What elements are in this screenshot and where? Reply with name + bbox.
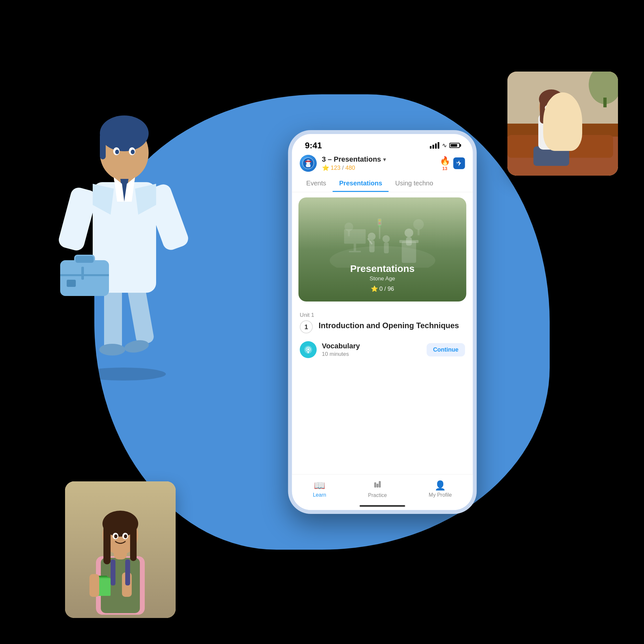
svg-rect-73 (540, 98, 546, 124)
battery-icon (449, 143, 460, 148)
svg-rect-50 (348, 231, 350, 236)
svg-point-99 (114, 534, 117, 538)
svg-point-78 (555, 107, 557, 110)
star-points: ⭐ 123 / 480 (322, 164, 435, 171)
business-figure-illustration (42, 91, 205, 384)
svg-rect-90 (89, 574, 99, 597)
hero-subtitle: Stone Age (369, 275, 395, 282)
svg-rect-89 (98, 578, 111, 596)
vocabulary-time: 10 minutes (322, 351, 422, 357)
hero-card: Presentations Stone Age ⭐ 0 / 96 (299, 197, 466, 302)
home-indicator (360, 505, 405, 507)
header-title-area: 3 – Presentations ▾ ⭐ 123 / 480 (322, 155, 435, 171)
svg-rect-96 (130, 522, 137, 561)
unit-name: Introduction and Opening Techniques (319, 320, 459, 330)
svg-point-0 (81, 368, 166, 381)
svg-point-19 (115, 150, 119, 154)
practice-icon (373, 480, 382, 491)
unit-section: Unit 1 1 Introduction and Opening Techni… (292, 307, 473, 333)
profile-icon: 👤 (435, 480, 446, 491)
svg-point-75 (545, 105, 549, 111)
svg-rect-33 (306, 162, 311, 162)
svg-rect-79 (558, 127, 568, 143)
svg-rect-48 (417, 229, 419, 235)
svg-point-37 (405, 229, 413, 237)
phone-screen: 9:41 ∿ (292, 134, 473, 510)
scene: 9:41 ∿ (0, 0, 644, 644)
nav-item-practice[interactable]: Practice (368, 480, 387, 498)
photo-couch-background (507, 72, 618, 176)
header-actions: 🔥 13 (440, 156, 465, 171)
svg-rect-39 (344, 229, 365, 244)
svg-point-45 (382, 235, 390, 242)
svg-rect-58 (308, 352, 309, 353)
wifi-icon: ∿ (442, 142, 447, 149)
continue-button[interactable]: Continue (427, 343, 465, 356)
nav-item-profile[interactable]: 👤 My Profile (429, 480, 452, 498)
app-header: ★★ 3 – Presentations ▾ (292, 151, 473, 176)
svg-point-100 (124, 534, 127, 538)
boost-button[interactable] (453, 157, 465, 169)
svg-rect-29 (306, 164, 311, 167)
svg-rect-95 (103, 522, 111, 564)
signal-icon (430, 142, 439, 149)
svg-point-77 (546, 107, 549, 110)
vocabulary-title: Vocabulary (322, 342, 422, 350)
dropdown-chevron[interactable]: ▾ (383, 156, 386, 163)
phone-device: 9:41 ∿ (288, 130, 477, 514)
navigation-tabs: Events Presentations Using techno (292, 176, 473, 192)
svg-point-3 (99, 344, 125, 356)
phone-notch (353, 134, 412, 146)
fire-streak-badge[interactable]: 🔥 13 (440, 156, 450, 171)
svg-point-53 (378, 219, 381, 221)
svg-rect-12 (67, 280, 76, 287)
svg-rect-60 (376, 484, 378, 488)
photo-student-background (65, 481, 176, 618)
bottom-navigation: 📖 Learn Practice (292, 474, 473, 510)
tab-presentations[interactable]: Presentations (333, 176, 389, 192)
nav-label-profile: My Profile (429, 492, 452, 498)
nav-label-practice: Practice (368, 492, 387, 498)
svg-rect-10 (60, 274, 109, 276)
svg-rect-11 (81, 267, 84, 280)
vocabulary-row[interactable]: Vocabulary 10 minutes Continue (292, 336, 473, 363)
svg-point-20 (131, 150, 135, 154)
svg-point-54 (378, 222, 381, 224)
tab-events[interactable]: Events (300, 176, 333, 192)
unit-number-row: 1 Introduction and Opening Techniques (300, 320, 465, 333)
unit-title: 3 – Presentations ▾ (322, 155, 435, 164)
status-icons: ∿ (430, 142, 460, 149)
svg-point-47 (413, 219, 423, 230)
svg-rect-59 (374, 482, 376, 488)
hero-stars: ⭐ 0 / 96 (371, 285, 394, 292)
phone-frame: 9:41 ∿ (288, 130, 477, 514)
svg-point-15 (100, 115, 149, 151)
svg-rect-41 (349, 251, 361, 252)
tab-using-techno[interactable]: Using techno (389, 176, 440, 192)
nav-item-learn[interactable]: 📖 Learn (313, 480, 326, 498)
svg-rect-40 (354, 244, 356, 251)
unit-label: Unit 1 (300, 312, 465, 318)
photo-card-student (65, 481, 176, 618)
svg-rect-16 (100, 133, 106, 159)
learn-icon: 📖 (314, 480, 325, 491)
fire-icon: 🔥 (440, 156, 450, 166)
svg-rect-80 (558, 128, 567, 142)
app-logo: ★★ (300, 155, 317, 172)
svg-rect-102 (125, 559, 130, 585)
status-time: 9:41 (305, 141, 322, 151)
svg-rect-6 (57, 186, 98, 252)
svg-rect-61 (379, 481, 381, 488)
svg-rect-69 (533, 146, 569, 166)
nav-label-learn: Learn (313, 492, 326, 498)
unit-number-badge: 1 (300, 320, 313, 333)
svg-point-76 (553, 105, 558, 111)
svg-point-55 (378, 225, 381, 227)
vocabulary-icon (300, 341, 317, 358)
svg-rect-64 (603, 98, 607, 107)
svg-rect-9 (75, 255, 94, 263)
svg-rect-8 (60, 260, 109, 296)
svg-rect-38 (406, 237, 412, 246)
hero-title: Presentations (350, 263, 414, 274)
photo-card-woman-couch (507, 72, 618, 176)
